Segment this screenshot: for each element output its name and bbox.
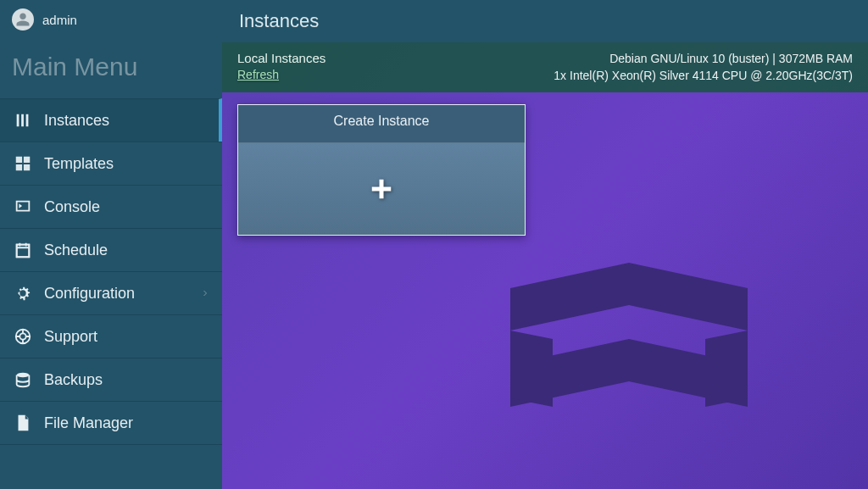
sidebar-item-templates[interactable]: Templates [0,142,222,185]
user-row[interactable]: admin [0,0,222,39]
svg-point-2 [19,333,25,339]
plus-icon [369,176,394,202]
refresh-link[interactable]: Refresh [237,68,279,81]
sidebar-item-schedule[interactable]: Schedule [0,228,222,271]
schedule-icon [14,241,32,259]
top-bar: Instances [222,0,868,42]
sidebar-item-label: Templates [44,155,114,173]
support-icon [14,327,32,346]
background-logo [476,254,765,475]
sidebar-item-label: Schedule [44,242,108,259]
card-body [238,143,525,235]
content: Local Instances Refresh Debian GNU/Linux… [222,42,868,489]
sidebar-item-label: File Manager [44,414,133,432]
sidebar-item-backups[interactable]: Backups [0,358,222,401]
create-instance-card[interactable]: Create Instance [237,104,526,236]
sidebar-item-label: Backups [44,371,103,389]
chevron-right-icon [200,288,210,298]
system-cpu-line: 1x Intel(R) Xeon(R) Silver 4114 CPU @ 2.… [554,68,853,85]
card-title: Create Instance [238,105,525,143]
main-area: Instances Local Instances Refresh Debian… [222,0,868,489]
backups-icon [14,370,32,389]
sidebar: admin Main Menu Instances Templates Cons… [0,0,222,489]
sidebar-item-label: Console [44,198,100,216]
sidebar-item-label: Instances [44,112,109,130]
instances-icon [14,111,32,130]
sidebar-item-configuration[interactable]: Configuration [0,271,222,314]
info-bar-title: Local Instances [237,51,326,65]
page-title: Instances [239,10,319,32]
sidebar-item-instances[interactable]: Instances [0,98,222,142]
svg-marker-5 [629,263,748,331]
sidebar-item-filemanager[interactable]: File Manager [0,401,222,445]
info-bar-system: Debian GNU/Linux 10 (buster) | 3072MB RA… [554,51,853,84]
svg-marker-7 [629,339,748,407]
user-name: admin [42,13,77,27]
svg-rect-0 [17,245,30,258]
templates-icon [14,154,32,173]
file-icon [14,414,32,432]
sidebar-item-label: Configuration [44,285,135,303]
svg-marker-6 [510,339,629,407]
svg-marker-9 [705,331,748,407]
console-icon [14,197,32,216]
info-bar: Local Instances Refresh Debian GNU/Linux… [222,42,868,92]
gear-icon [14,284,32,303]
sidebar-item-label: Support [44,328,97,346]
menu-header: Main Menu [0,39,222,98]
sidebar-item-support[interactable]: Support [0,314,222,358]
sidebar-item-console[interactable]: Console [0,185,222,228]
svg-marker-4 [510,263,629,331]
avatar-icon [12,8,34,31]
cards-area: Create Instance [222,92,868,247]
main-menu: Instances Templates Console Schedule Con… [0,98,222,445]
svg-point-3 [17,373,30,378]
info-bar-left: Local Instances Refresh [237,51,326,81]
system-os-line: Debian GNU/Linux 10 (buster) | 3072MB RA… [554,51,853,68]
svg-marker-8 [510,331,553,407]
